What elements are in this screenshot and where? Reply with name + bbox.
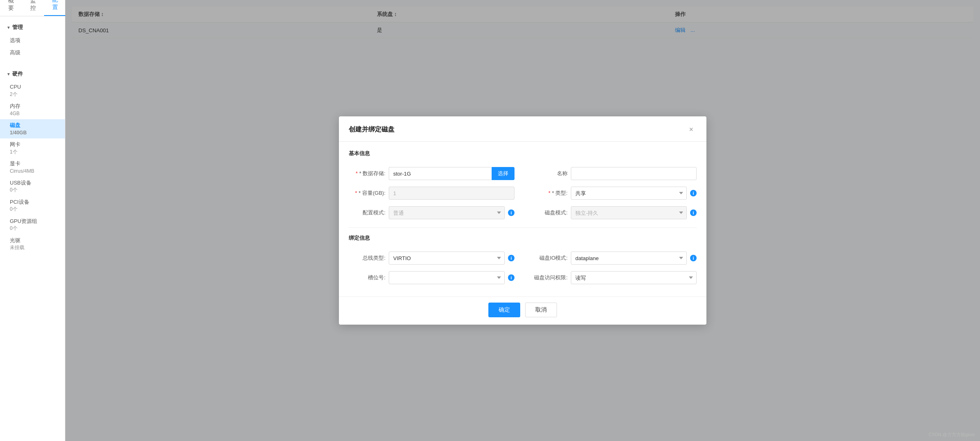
form-item-disk-io: 磁盘IO模式: dataplane native threads i (531, 252, 697, 265)
form-item-config-mode: 配置模式: 普通 精简 厚置备 i (349, 206, 514, 219)
sidebar-manage-section: ▼ 管理 选项 高级 (0, 16, 65, 63)
arrow-icon: ▼ (7, 25, 11, 30)
bus-type-info-icon[interactable]: i (508, 255, 514, 261)
required-star3: * (548, 190, 550, 196)
disk-io-label: 磁盘IO模式: (531, 254, 568, 262)
close-button[interactable]: × (686, 124, 697, 136)
sidebar-section-manage: ▼ 管理 (0, 20, 65, 34)
sidebar-item-disk[interactable]: 磁盘 1/40GB (0, 119, 65, 138)
sidebar-item-cdrom[interactable]: 光驱 未挂载 (0, 234, 65, 254)
dialog-title: 创建并绑定磁盘 (349, 125, 394, 134)
config-mode-select[interactable]: 普通 精简 厚置备 (389, 206, 505, 219)
disk-access-select[interactable]: 读写 只读 (571, 271, 697, 284)
dialog-header: 创建并绑定磁盘 × (339, 116, 706, 142)
sidebar: 概要 监控 配置 ▼ 管理 选项 高级 ▼ 硬件 CPU 2个 内存 4GB 磁… (0, 0, 65, 441)
slot-select[interactable] (389, 271, 505, 284)
disk-mode-label: 磁盘模式: (531, 209, 568, 216)
required-star2: * (355, 190, 357, 196)
sidebar-item-advanced[interactable]: 高级 (0, 47, 65, 59)
datastore-input[interactable] (389, 167, 492, 180)
disk-access-label: 磁盘访问权限: (531, 274, 568, 281)
sidebar-item-usb[interactable]: USB设备 0个 (0, 177, 65, 196)
bus-type-select[interactable]: VIRTIO IDE SCSI (389, 252, 505, 265)
slot-label: 槽位号: (349, 274, 385, 281)
dialog-footer: 确定 取消 (339, 296, 706, 325)
cancel-button[interactable]: 取消 (525, 303, 557, 317)
form-item-slot: 槽位号: i (349, 271, 514, 284)
disk-mode-info-icon[interactable]: i (690, 209, 697, 216)
sidebar-section-hardware: ▼ 硬件 (0, 67, 65, 81)
watermark: CSDN @方方方软giner (929, 432, 975, 438)
disk-io-info-icon[interactable]: i (690, 255, 697, 261)
tab-monitor[interactable]: 监控 (22, 0, 44, 16)
sidebar-item-gpu-group[interactable]: GPU资源组 0个 (0, 215, 65, 234)
confirm-button[interactable]: 确定 (488, 303, 520, 317)
sidebar-item-nic[interactable]: 网卡 1个 (0, 138, 65, 158)
config-mode-info-icon[interactable]: i (508, 209, 514, 216)
required-star: * (356, 170, 358, 176)
basic-info-form: * * 数据存储: 选择 名称 * * 容量( (349, 167, 697, 219)
sidebar-item-pci[interactable]: PCI设备 0个 (0, 196, 65, 215)
config-mode-label: 配置模式: (349, 209, 385, 216)
top-nav: 概要 监控 配置 (0, 0, 65, 16)
bind-info-form: 总线类型: VIRTIO IDE SCSI i 磁盘IO模式: dataplan… (349, 252, 697, 284)
section-divider (349, 227, 697, 228)
type-select[interactable]: 共享 独占 (571, 187, 687, 200)
slot-info-icon[interactable]: i (508, 274, 514, 281)
datastore-input-group: 选择 (389, 167, 514, 180)
tab-config[interactable]: 配置 (44, 0, 66, 16)
type-label: * * 类型: (531, 189, 568, 197)
bus-type-label: 总线类型: (349, 254, 385, 262)
sidebar-item-memory[interactable]: 内存 4GB (0, 100, 65, 119)
sidebar-item-cpu[interactable]: CPU 2个 (0, 81, 65, 100)
capacity-label: * * 容量(GB): (349, 189, 385, 197)
type-info-icon[interactable]: i (690, 190, 697, 196)
name-input[interactable] (571, 167, 697, 180)
sidebar-item-options[interactable]: 选项 (0, 34, 65, 47)
basic-info-title: 基本信息 (349, 150, 697, 160)
sidebar-item-gpu[interactable]: 显卡 Cirrus/4MB (0, 158, 65, 177)
form-item-datastore: * * 数据存储: 选择 (349, 167, 514, 180)
disk-mode-select[interactable]: 独立-持久 独立-非持久 持久 (571, 206, 687, 219)
arrow-icon-hw: ▼ (7, 72, 11, 76)
bind-info-title: 绑定信息 (349, 234, 697, 245)
overlay-backdrop: 创建并绑定磁盘 × 基本信息 * * 数据存储: 选择 (65, 0, 980, 441)
sidebar-hardware-section: ▼ 硬件 CPU 2个 内存 4GB 磁盘 1/40GB 网卡 1个 显卡 Ci… (0, 63, 65, 258)
dialog-body: 基本信息 * * 数据存储: 选择 名称 (339, 142, 706, 296)
disk-io-select[interactable]: dataplane native threads (571, 252, 687, 265)
main-content: 数据存储 ↕ 系统盘 ↕ 操作 DS_CNA001 是 编辑 ... 创建并绑定… (65, 0, 980, 441)
capacity-input[interactable] (389, 187, 514, 200)
datastore-select-button[interactable]: 选择 (492, 167, 514, 180)
name-label: 名称 (531, 170, 568, 177)
form-item-type: * * 类型: 共享 独占 i (531, 187, 697, 200)
form-item-disk-access: 磁盘访问权限: 读写 只读 (531, 271, 697, 284)
tab-overview[interactable]: 概要 (0, 0, 22, 16)
datastore-label: * * 数据存储: (349, 170, 385, 177)
form-item-disk-mode: 磁盘模式: 独立-持久 独立-非持久 持久 i (531, 206, 697, 219)
form-item-name: 名称 (531, 167, 697, 180)
form-item-bus-type: 总线类型: VIRTIO IDE SCSI i (349, 252, 514, 265)
form-item-capacity: * * 容量(GB): (349, 187, 514, 200)
create-disk-dialog: 创建并绑定磁盘 × 基本信息 * * 数据存储: 选择 (339, 116, 706, 325)
